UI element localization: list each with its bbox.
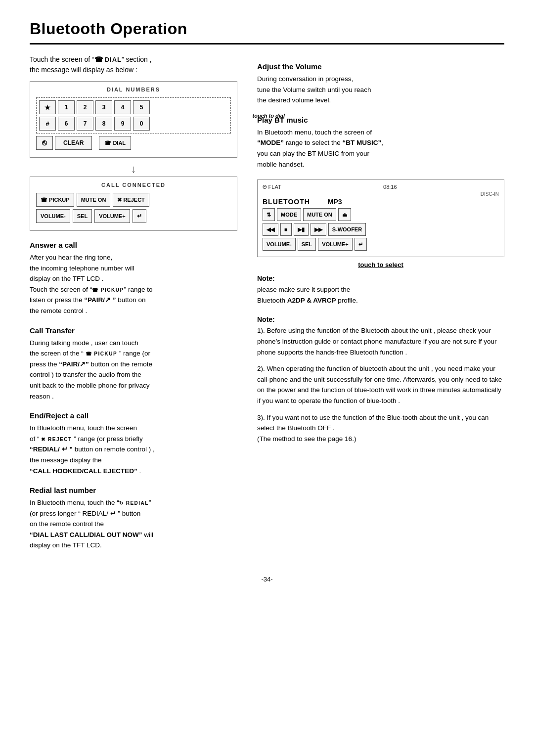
- bt-time: 08:16: [383, 184, 397, 190]
- volume-minus-btn[interactable]: VOLUME-: [36, 209, 70, 223]
- bt-play-btn[interactable]: ▶▮: [294, 223, 309, 236]
- answer-call-text: After you hear the ring tone, the incomi…: [30, 252, 237, 316]
- note2-heading: Note:: [257, 315, 504, 323]
- touch-to-dial-label: touch to dial: [253, 113, 285, 119]
- bt-top-row: Θ FLAT 08:16: [263, 184, 499, 190]
- note1-section: Note: please make sure it support the Bl…: [257, 274, 504, 306]
- mute-on-button[interactable]: MUTE ON: [77, 193, 111, 207]
- bt-row-1: ⇅ MODE MUTE ON ⏏: [263, 208, 499, 221]
- clear-button[interactable]: CLEAR: [55, 136, 92, 150]
- play-bt-text: In Bluetooth menu, touch the screen of “…: [257, 127, 504, 170]
- bt-mute-btn[interactable]: MUTE ON: [303, 208, 336, 221]
- adjust-volume-section: Adjust the Volume During conversation in…: [257, 62, 504, 106]
- pickup-button[interactable]: ☎ PICKUP: [36, 193, 74, 207]
- dial-6[interactable]: 6: [58, 117, 75, 131]
- redial-heading: Redial last number: [30, 486, 237, 494]
- bluetooth-label: BLUETOOTH: [263, 198, 310, 206]
- note2-para3: 3). If you want not to use the function …: [257, 412, 504, 445]
- redial-section: Redial last number In Bluetooth menu, to…: [30, 486, 237, 551]
- end-reject-text: In Bluetooth menu, touch the screen of “…: [30, 423, 237, 476]
- call-transfer-heading: Call Transfer: [30, 326, 237, 335]
- bt-mode-row: BLUETOOTH MP3: [263, 198, 499, 206]
- answer-call-heading: Answer a call: [30, 241, 237, 249]
- dial-row-2: # 6 7 8 9 0: [39, 117, 228, 131]
- bt-prev-btn[interactable]: ◀◀: [263, 223, 278, 236]
- dial-1[interactable]: 1: [58, 100, 75, 114]
- note2-section: Note: 1). Before using the function of t…: [257, 315, 504, 444]
- intro-text: Touch the screen of “☎ DIAL” section , t…: [30, 54, 237, 75]
- dial-9[interactable]: 9: [114, 117, 131, 131]
- note1-text: please make sure it support the Bluetoot…: [257, 284, 504, 306]
- backspace-btn[interactable]: ⎋: [36, 136, 53, 150]
- bt-eject-btn[interactable]: ⏏: [338, 208, 351, 221]
- touch-to-select-label: touch to select: [257, 261, 504, 268]
- answer-call-section: Answer a call After you hear the ring to…: [30, 241, 237, 316]
- bt-return[interactable]: ↵: [355, 238, 367, 251]
- dial-8[interactable]: 8: [95, 117, 112, 131]
- dial-0[interactable]: 0: [133, 117, 150, 131]
- reject-button[interactable]: ✖ REJECT: [113, 193, 149, 207]
- note2-para1: 1). Before using the function of the Blu…: [257, 325, 504, 357]
- bt-vol-plus[interactable]: VOLUME+: [318, 238, 352, 251]
- page-title: Bluetooth Operation: [30, 20, 504, 38]
- page-number: -34-: [30, 576, 504, 583]
- dial-3[interactable]: 3: [95, 100, 112, 114]
- call-panel-title: CALL CONNECTED: [36, 182, 231, 188]
- dial-word: DIAL: [105, 56, 122, 63]
- call-row-1: ☎ PICKUP MUTE ON ✖ REJECT: [36, 193, 231, 207]
- dial-row-3: ⎋ CLEAR ☎ DIAL: [36, 136, 231, 150]
- dial-4[interactable]: 4: [114, 100, 131, 114]
- dial-hash[interactable]: #: [39, 117, 56, 131]
- volume-plus-btn[interactable]: VOLUME+: [94, 209, 130, 223]
- play-bt-section: Play BT music In Bluetooth menu, touch t…: [257, 116, 504, 170]
- bt-row-2: ◀◀ ■ ▶▮ ▶▶ S-WOOFER: [263, 223, 499, 236]
- bt-row-3: VOLUME- SEL VOLUME+ ↵: [263, 238, 499, 251]
- dial-2[interactable]: 2: [77, 100, 93, 114]
- right-column: Adjust the Volume During conversation in…: [257, 54, 504, 561]
- dial-7[interactable]: 7: [77, 117, 93, 131]
- bt-eq-label: Θ FLAT: [263, 184, 281, 190]
- play-bt-heading: Play BT music: [257, 116, 504, 124]
- note2-para2: 2). When operating the function of bluet…: [257, 363, 504, 406]
- redial-text: In Bluetooth menu, touch the “↻ REDIAL” …: [30, 497, 237, 551]
- note1-heading: Note:: [257, 274, 504, 282]
- bt-swoofer-btn[interactable]: S-WOOFER: [328, 223, 366, 236]
- dial-row-1: ★ 1 2 3 4 5: [39, 100, 228, 114]
- call-transfer-text: During talking mode , user can touch the…: [30, 338, 237, 402]
- call-row-2: VOLUME- SEL VOLUME+ ↵: [36, 209, 231, 223]
- left-column: Touch the screen of “☎ DIAL” section , t…: [30, 54, 237, 561]
- dial-panel-title: DIAL NUMBERS: [36, 87, 231, 92]
- sel-btn[interactable]: SEL: [73, 209, 92, 223]
- adjust-volume-heading: Adjust the Volume: [257, 62, 504, 71]
- mp3-label: MP3: [328, 198, 342, 206]
- title-divider: [30, 43, 504, 44]
- arrow-down-icon: ↓: [30, 163, 237, 176]
- call-transfer-section: Call Transfer During talking mode , user…: [30, 326, 237, 402]
- bt-mode-btn[interactable]: MODE: [277, 208, 301, 221]
- return-btn[interactable]: ↵: [133, 209, 146, 223]
- end-reject-heading: End/Reject a call: [30, 411, 237, 420]
- disc-in-label: DISC-IN: [263, 191, 499, 197]
- call-connected-panel: CALL CONNECTED ☎ PICKUP MUTE ON ✖ REJECT…: [30, 177, 237, 231]
- bt-sel[interactable]: SEL: [298, 238, 316, 251]
- dial-numbers-panel: DIAL NUMBERS ★ 1 2 3 4 5 # 6 7 8 9 0: [30, 81, 237, 158]
- bt-vol-minus[interactable]: VOLUME-: [263, 238, 296, 251]
- bt-eq-btn[interactable]: ⇅: [263, 208, 275, 221]
- bt-stop-btn[interactable]: ■: [280, 223, 292, 236]
- bt-music-panel: Θ FLAT 08:16 DISC-IN BLUETOOTH MP3 ⇅ MOD…: [257, 179, 504, 257]
- adjust-volume-text: During conversation in progress, tune th…: [257, 74, 504, 106]
- dial-5[interactable]: 5: [133, 100, 150, 114]
- dial-asterisk[interactable]: ★: [39, 100, 56, 114]
- dial-call-button[interactable]: ☎ DIAL: [99, 136, 131, 150]
- bt-next-btn[interactable]: ▶▶: [311, 223, 326, 236]
- end-reject-section: End/Reject a call In Bluetooth menu, tou…: [30, 411, 237, 476]
